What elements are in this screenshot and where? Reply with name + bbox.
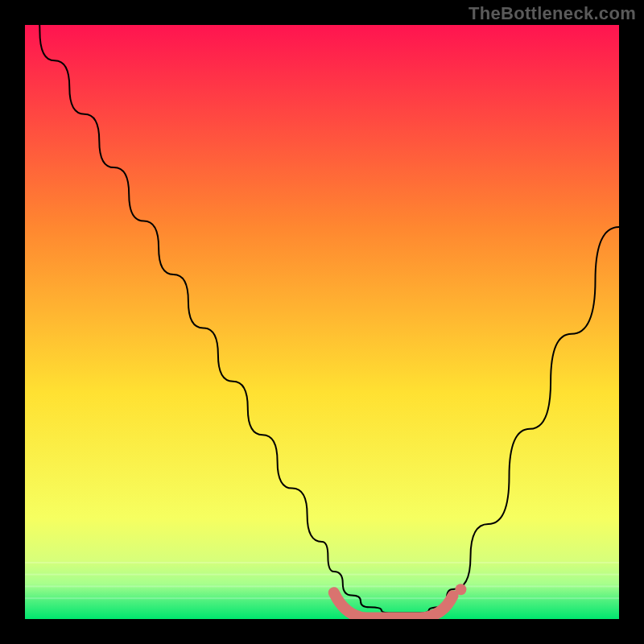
band-highlight — [25, 597, 619, 599]
valley-marker-dot — [455, 584, 466, 595]
gradient-background — [25, 25, 619, 619]
band-highlight — [25, 574, 619, 576]
plot-svg — [25, 25, 619, 619]
band-highlight — [25, 585, 619, 587]
band-highlight — [25, 562, 619, 564]
watermark-text: TheBottleneck.com — [469, 3, 636, 24]
plot-area — [25, 25, 619, 619]
chart-frame: TheBottleneck.com — [0, 0, 644, 644]
